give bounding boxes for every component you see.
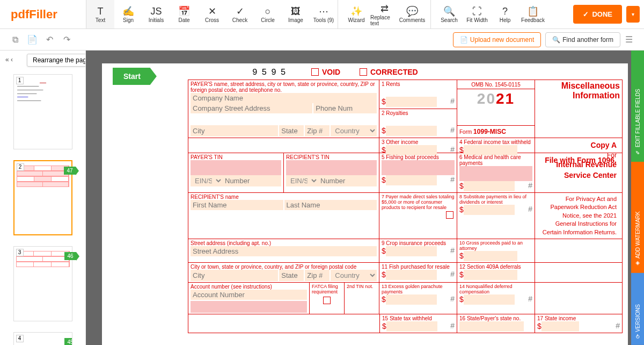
- recip-zip-input[interactable]: [305, 270, 330, 281]
- box14-input[interactable]: [464, 294, 515, 305]
- thumb-number: 3: [16, 249, 24, 256]
- tool-fitwidth[interactable]: ⛶Fit Width: [463, 0, 491, 28]
- settings-icon[interactable]: ☰: [620, 34, 638, 45]
- thumb-number: 1: [16, 77, 24, 84]
- watermark-tab[interactable]: ◈ADD WATERMARK: [631, 162, 644, 273]
- corrected-checkbox[interactable]: CORRECTED: [360, 68, 418, 76]
- box10-input[interactable]: [464, 251, 517, 261]
- pages-icon[interactable]: ⧉: [6, 31, 24, 48]
- box16-input[interactable]: [459, 321, 524, 332]
- tool-help[interactable]: ?Help: [491, 0, 519, 28]
- payer-einssn-select[interactable]: EIN/SSN: [191, 175, 223, 186]
- phone-input[interactable]: [313, 103, 377, 113]
- recip-country-select[interactable]: Country: [331, 270, 377, 281]
- collapse-chevron-icon[interactable]: « ‹: [5, 56, 13, 63]
- recip-city-input[interactable]: [191, 270, 278, 281]
- tool-more[interactable]: ⋯Tools (9): [310, 0, 338, 28]
- box12-input[interactable]: [464, 270, 517, 280]
- tool-check[interactable]: ✓Check: [226, 0, 254, 28]
- logo: pdfFiller: [0, 8, 86, 21]
- thumb-badge: 47: [64, 167, 75, 175]
- royalties-input[interactable]: [386, 126, 437, 136]
- find-form-button[interactable]: 🔍 Find another form: [545, 32, 620, 47]
- tooltip: Rearrange the page order of your documen…: [27, 54, 86, 67]
- thumb-number: 4: [16, 335, 24, 342]
- recip-tin-input[interactable]: [318, 175, 377, 186]
- tool-circle[interactable]: ○Circle: [254, 0, 282, 28]
- state-input[interactable]: [279, 125, 304, 136]
- rents-input[interactable]: [386, 97, 437, 107]
- box13-input[interactable]: [386, 294, 437, 305]
- page-thumbnail-2[interactable]: 2 47: [13, 160, 72, 235]
- thumb-number: 2: [17, 163, 24, 171]
- box17-input[interactable]: [541, 321, 579, 332]
- thumb-badge: 46: [64, 252, 76, 260]
- tool-replace[interactable]: ⇄Replace text: [370, 0, 398, 28]
- company-name-input[interactable]: [191, 93, 377, 103]
- redo-icon[interactable]: ↷: [58, 31, 75, 48]
- start-button[interactable]: Start: [113, 68, 157, 85]
- box8-input[interactable]: [464, 205, 515, 215]
- tool-wizard[interactable]: ✨Wizard: [342, 0, 370, 28]
- account-number-input[interactable]: [191, 290, 307, 300]
- city-input[interactable]: [191, 125, 278, 136]
- page-thumbnail-4[interactable]: 4 45: [13, 332, 72, 345]
- form-1099-misc: PAYER'S name, street address, city or to…: [188, 80, 623, 333]
- tool-comments[interactable]: 💬Comments: [398, 0, 426, 28]
- last-name-input[interactable]: [284, 200, 377, 210]
- done-button[interactable]: DONE: [573, 5, 622, 24]
- tool-cross[interactable]: ✕Cross: [198, 0, 226, 28]
- tool-text[interactable]: TText: [86, 0, 114, 28]
- recip-state-input[interactable]: [279, 270, 304, 281]
- tool-date[interactable]: 📅Date: [170, 0, 198, 28]
- box15-input[interactable]: [386, 321, 437, 332]
- done-dropdown[interactable]: ▾: [626, 6, 640, 23]
- payer-tin-input[interactable]: [223, 175, 281, 186]
- zip-input[interactable]: [305, 125, 330, 136]
- tool-initials[interactable]: JSInitials: [142, 0, 170, 28]
- undo-icon[interactable]: ↶: [41, 31, 58, 48]
- void-checkbox[interactable]: VOID: [311, 68, 340, 76]
- tool-image[interactable]: 🖼Image: [282, 0, 310, 28]
- page-thumbnail-3[interactable]: 3 46: [13, 246, 72, 321]
- versions-tab[interactable]: ⟳VERSIONS: [631, 273, 644, 345]
- fatca-checkbox[interactable]: [323, 297, 331, 304]
- medical-input[interactable]: [464, 181, 515, 191]
- street-address-input[interactable]: [191, 246, 377, 256]
- tool-search[interactable]: 🔍Search: [435, 0, 463, 28]
- document-page: Start 9595 VOID CORRECTED PAYER'S name, …: [102, 63, 628, 345]
- country-select[interactable]: Country: [331, 125, 377, 136]
- company-street-input[interactable]: [191, 103, 312, 113]
- recip-einssn-select[interactable]: EIN/SSN: [286, 175, 318, 186]
- edit-fields-tab[interactable]: ✎EDIT FILLABLE FIELDS: [631, 51, 644, 162]
- first-name-input[interactable]: [191, 200, 283, 210]
- tool-sign[interactable]: ✍Sign: [114, 0, 142, 28]
- thumbnail-sidebar: « ‹ Rearrange the page order of your doc…: [0, 51, 86, 345]
- box9-input[interactable]: [386, 246, 437, 256]
- box7-checkbox[interactable]: [446, 211, 453, 219]
- tool-feedback[interactable]: 📋Feedback: [519, 0, 547, 28]
- thumb-badge: 45: [64, 338, 72, 345]
- document-area[interactable]: Start 9595 VOID CORRECTED PAYER'S name, …: [86, 51, 644, 345]
- fishing-input[interactable]: [386, 175, 437, 185]
- upload-button[interactable]: 📄 Upload new document: [453, 32, 541, 47]
- page-thumbnail-1[interactable]: 1 ━━━━━━━━━━━━━━━━━━━━━━━━━━━━━━━━━━━━━━…: [13, 74, 72, 149]
- page-icon[interactable]: 📄: [24, 31, 41, 48]
- form-number: 9595: [252, 68, 290, 77]
- box11-input[interactable]: [386, 270, 437, 280]
